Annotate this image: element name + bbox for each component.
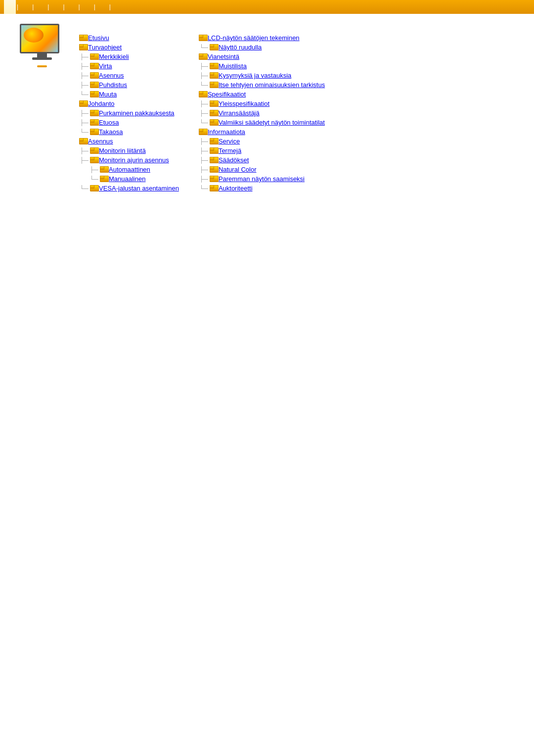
connector-line bbox=[201, 147, 209, 154]
list-item[interactable]: Näyttö ruudulla bbox=[199, 43, 325, 51]
list-item[interactable]: Valmiiksi säädetyt näytön toimintatilat bbox=[199, 118, 325, 127]
tree-item-label[interactable]: Auktoriteetti bbox=[219, 185, 253, 192]
tree-item-label[interactable]: Virransäästäjä bbox=[219, 109, 260, 117]
tree-section: EtusivuTurvaohjeetMerkkikieliVirtaAsennu… bbox=[79, 24, 519, 192]
tree-item-label[interactable]: Monitorin ajurin asennus bbox=[99, 156, 169, 164]
tree-item-label[interactable]: Takaosa bbox=[99, 128, 123, 136]
list-item[interactable]: Vianetsintä bbox=[199, 52, 325, 61]
list-item[interactable]: Säädökset bbox=[199, 156, 325, 164]
tree-item-label[interactable]: Johdanto bbox=[88, 100, 115, 107]
folder-icon bbox=[210, 147, 218, 154]
tree-item-label[interactable]: Natural Color bbox=[219, 166, 257, 173]
list-item[interactable]: Purkaminen pakkauksesta bbox=[79, 109, 179, 117]
list-item[interactable]: Monitorin ajurin asennus bbox=[79, 156, 179, 164]
tree-item-label[interactable]: Paremman näytön saamiseksi bbox=[219, 175, 305, 183]
right-tree: LCD-näytön säätöjen tekeminenNäyttö ruud… bbox=[199, 34, 325, 192]
nav-sep-6: | bbox=[93, 3, 96, 10]
tree-item-label[interactable]: Muuta bbox=[99, 91, 117, 98]
tree-item-label[interactable]: Turvaohjeet bbox=[88, 44, 122, 51]
tree-item-label[interactable]: Informaatiota bbox=[208, 128, 245, 136]
list-item[interactable]: Turvaohjeet bbox=[79, 43, 179, 51]
list-item[interactable]: Automaattinen bbox=[79, 165, 179, 174]
folder-icon bbox=[210, 157, 218, 163]
list-item[interactable]: Manuaalinen bbox=[79, 175, 179, 183]
main-content: EtusivuTurvaohjeetMerkkikieliVirtaAsennu… bbox=[0, 14, 534, 202]
list-item[interactable]: Service bbox=[199, 137, 325, 145]
list-item[interactable]: Spesifikaatiot bbox=[199, 90, 325, 98]
tree-item-label[interactable]: Asennus bbox=[88, 138, 113, 145]
list-item[interactable]: Virransäästäjä bbox=[199, 109, 325, 117]
nav-item-nayton[interactable] bbox=[66, 0, 78, 14]
tree-item-label[interactable]: LCD-näytön säätöjen tekeminen bbox=[208, 34, 300, 42]
list-item[interactable]: Auktoriteetti bbox=[199, 184, 325, 192]
tree-item-label[interactable]: Asennus bbox=[99, 72, 124, 79]
list-item[interactable]: Etusivu bbox=[79, 34, 179, 42]
nav-item-sisalto[interactable] bbox=[4, 0, 16, 14]
tree-item-label[interactable]: Automaattinen bbox=[109, 166, 150, 173]
tree-item-label[interactable]: VESA-jalustan asentaminen bbox=[99, 185, 179, 192]
tree-item-label[interactable]: Itse tehtyjen ominaisuuksien tarkistus bbox=[219, 81, 325, 89]
tree-item-label[interactable]: Etusivu bbox=[88, 34, 109, 42]
nav-bar: | | | | | | | bbox=[0, 0, 534, 14]
tree-item-label[interactable]: Etuosa bbox=[99, 119, 119, 126]
tree-item-label[interactable]: Service bbox=[219, 138, 240, 145]
list-item[interactable]: Asennus bbox=[79, 71, 179, 80]
tree-item-label[interactable]: Termejä bbox=[219, 147, 241, 154]
list-item[interactable]: Natural Color bbox=[199, 165, 325, 174]
tree-item-label[interactable]: Vianetsintä bbox=[208, 53, 239, 60]
list-item[interactable]: Yleisspesifikaatiot bbox=[199, 99, 325, 108]
list-item[interactable]: Merkkikieli bbox=[79, 52, 179, 61]
connector-line bbox=[201, 185, 209, 192]
tree-item-label[interactable]: Puhdistus bbox=[99, 81, 127, 89]
list-item[interactable]: Virta bbox=[79, 62, 179, 70]
list-item[interactable]: Monitorin liitäntä bbox=[79, 146, 179, 155]
tree-item-label[interactable]: Säädökset bbox=[219, 156, 249, 164]
folder-icon bbox=[90, 72, 98, 79]
connector-line bbox=[82, 72, 89, 79]
list-item[interactable]: Johdanto bbox=[79, 99, 179, 108]
tree-item-label[interactable]: Monitorin liitäntä bbox=[99, 147, 146, 154]
left-tree: EtusivuTurvaohjeetMerkkikieliVirtaAsennu… bbox=[79, 34, 179, 192]
connector-line bbox=[201, 72, 209, 79]
connector-line bbox=[82, 147, 89, 154]
list-item[interactable]: VESA-jalustan asentaminen bbox=[79, 184, 179, 192]
list-item[interactable]: Muistilista bbox=[199, 62, 325, 70]
list-item[interactable]: Paremman näytön saamiseksi bbox=[199, 175, 325, 183]
tree-item-label[interactable]: Merkkikieli bbox=[99, 53, 129, 60]
list-item[interactable]: Termejä bbox=[199, 146, 325, 155]
nav-item-informaatio[interactable] bbox=[112, 0, 124, 14]
nav-item-asennus[interactable] bbox=[50, 0, 62, 14]
list-item[interactable]: Kysymyksiä ja vastauksia bbox=[199, 71, 325, 80]
nav-item-turva[interactable] bbox=[19, 0, 31, 14]
list-item[interactable]: Takaosa bbox=[79, 128, 179, 136]
tree-item-label[interactable]: Manuaalinen bbox=[109, 175, 145, 183]
folder-icon bbox=[210, 44, 218, 50]
tree-item-label[interactable]: Kysymyksiä ja vastauksia bbox=[219, 72, 291, 79]
tree-item-label[interactable]: Yleisspesifikaatiot bbox=[219, 100, 269, 107]
list-item[interactable]: Asennus bbox=[79, 137, 179, 145]
tree-item-label[interactable]: Muistilista bbox=[219, 62, 247, 70]
list-item[interactable]: Itse tehtyjen ominaisuuksien tarkistus bbox=[199, 81, 325, 89]
list-item[interactable]: Puhdistus bbox=[79, 81, 179, 89]
list-item[interactable]: Etuosa bbox=[79, 118, 179, 127]
connector-line bbox=[201, 63, 209, 70]
list-item[interactable]: Muuta bbox=[79, 90, 179, 98]
monitor-screen bbox=[20, 24, 59, 53]
nav-item-vianetsinta[interactable] bbox=[81, 0, 93, 14]
folder-icon bbox=[90, 129, 98, 135]
monitor-stand bbox=[37, 53, 47, 57]
folder-icon bbox=[210, 176, 218, 182]
nav-item-spesifikaatiot[interactable] bbox=[96, 0, 108, 14]
tree-item-label[interactable]: Spesifikaatiot bbox=[208, 91, 246, 98]
nav-sep-1: | bbox=[16, 3, 19, 10]
list-item[interactable]: LCD-näytön säätöjen tekeminen bbox=[199, 34, 325, 42]
tree-item-label[interactable]: Näyttö ruudulla bbox=[219, 44, 262, 51]
nav-item-johdanto[interactable] bbox=[35, 0, 46, 14]
tree-item-label[interactable]: Virta bbox=[99, 62, 112, 70]
tree-item-label[interactable]: Valmiiksi säädetyt näytön toimintatilat bbox=[219, 119, 325, 126]
connector-line bbox=[82, 82, 89, 89]
tree-item-label[interactable]: Purkaminen pakkauksesta bbox=[99, 109, 174, 117]
list-item[interactable]: Informaatiota bbox=[199, 128, 325, 136]
sidebar bbox=[15, 24, 69, 192]
folder-icon bbox=[210, 119, 218, 126]
